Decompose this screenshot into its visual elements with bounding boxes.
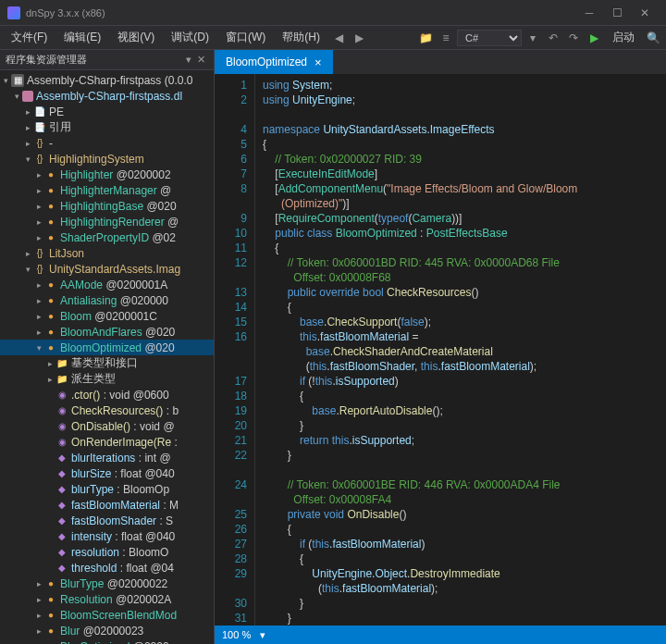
tree-node[interactable]: ▸●BloomScreenBlendMod (0, 607, 214, 623)
tree-node[interactable]: ▸📁基类型和接口 (0, 355, 214, 371)
menu-file[interactable]: 文件(F) (4, 27, 55, 48)
tab-close-icon[interactable]: × (314, 56, 322, 69)
code-area[interactable]: 1245678910111213141516171819202122242526… (215, 74, 666, 625)
line-numbers: 1245678910111213141516171819202122242526… (215, 74, 255, 625)
zoom-dropdown-icon[interactable]: ▾ (260, 629, 265, 641)
tree-node[interactable]: ▾{}HighlightingSystem (0, 151, 214, 167)
tree-node[interactable]: ◆blurSize : float @040 (0, 465, 214, 481)
tree-node[interactable]: ▸●BloomAndFlares @020 (0, 324, 214, 340)
menu-edit[interactable]: 编辑(E) (56, 27, 108, 48)
tree-node[interactable]: ▸📄PE (0, 104, 214, 119)
nav-back-icon[interactable]: ◀ (329, 29, 348, 47)
menubar: 文件(F) 编辑(E) 视图(V) 调试(D) 窗口(W) 帮助(H) ◀ ▶ … (0, 26, 666, 50)
tree-node[interactable]: ▾{}UnityStandardAssets.Imag (0, 261, 214, 277)
tree-node[interactable]: ▸●Blur @02000023 (0, 623, 214, 638)
panel-header: 程序集资源管理器 ▾ ✕ (0, 50, 214, 70)
tree-node[interactable]: ◉.ctor() : void @0600 (0, 387, 214, 402)
panel-close-icon[interactable]: ✕ (194, 54, 208, 66)
tree-node[interactable]: ◆fastBloomShader : S (0, 513, 214, 528)
tree-view[interactable]: ▾▦Assembly-CSharp-firstpass (0.0.0▾Assem… (0, 70, 214, 644)
tree-node[interactable]: ▸{}- (0, 135, 214, 151)
tree-node[interactable]: ▾▦Assembly-CSharp-firstpass (0.0.0 (0, 72, 214, 88)
tree-node[interactable]: ▾Assembly-CSharp-firstpass.dl (0, 88, 214, 104)
tree-node[interactable]: ▸{}LitJson (0, 245, 214, 261)
tree-node[interactable]: ▸●Resolution @020002A (0, 591, 214, 607)
tree-node[interactable]: ▸●AAMode @0200001A (0, 277, 214, 292)
panel-title-text: 程序集资源管理器 (6, 53, 183, 67)
tree-node[interactable]: ▸●Antialiasing @020000 (0, 292, 214, 308)
tree-node[interactable]: ◆threshold : float @04 (0, 560, 214, 576)
tab-label: BloomOptimized (226, 56, 307, 68)
tree-node[interactable]: ◉OnRenderImage(Re : (0, 434, 214, 450)
app-logo (7, 6, 20, 19)
menu-view[interactable]: 视图(V) (110, 27, 162, 48)
tree-node[interactable]: ▸📁派生类型 (0, 371, 214, 387)
tree-node[interactable]: ▾●BloomOptimized @020 (0, 340, 214, 355)
close-button[interactable]: ✕ (631, 4, 659, 22)
assembly-explorer: 程序集资源管理器 ▾ ✕ ▾▦Assembly-CSharp-firstpass… (0, 50, 215, 644)
statusbar: 100 % ▾ (215, 625, 666, 644)
main-area: 程序集资源管理器 ▾ ✕ ▾▦Assembly-CSharp-firstpass… (0, 50, 666, 644)
play-icon[interactable]: ▶ (585, 29, 603, 47)
minimize-button[interactable]: ─ (575, 4, 603, 22)
dropdown-icon[interactable]: ▾ (524, 29, 542, 47)
tree-node[interactable]: ▸●HighlightingRenderer @ (0, 214, 214, 229)
list-icon[interactable]: ≡ (437, 29, 455, 47)
tree-node[interactable]: ◆blurIterations : int @ (0, 450, 214, 465)
source-text[interactable]: using System;using UnityEngine; namespac… (255, 74, 666, 625)
tree-node[interactable]: ▸●BlurOptimized @0200 (0, 638, 214, 644)
tab-bloom-optimized[interactable]: BloomOptimized × (215, 50, 333, 74)
menu-debug[interactable]: 调试(D) (164, 27, 216, 48)
panel-dropdown-icon[interactable]: ▾ (183, 54, 194, 66)
window-title: dnSpy 3.x.x (x86) (26, 7, 575, 19)
tree-node[interactable]: ▸📑引用 (0, 119, 214, 135)
tree-node[interactable]: ▸●HighlighterManager @ (0, 182, 214, 198)
titlebar: dnSpy 3.x.x (x86) ─ ☐ ✕ (0, 0, 666, 26)
tree-node[interactable]: ◆resolution : BloomO (0, 544, 214, 560)
tree-node[interactable]: ◆intensity : float @040 (0, 528, 214, 544)
tree-node[interactable]: ▸●HighlightingBase @020 (0, 198, 214, 214)
folder-open-icon[interactable]: 📁 (416, 29, 435, 47)
tree-node[interactable]: ▸●BlurType @02000022 (0, 576, 214, 591)
redo-icon[interactable]: ↷ (564, 29, 583, 47)
tab-bar: BloomOptimized × (215, 50, 666, 74)
tree-node[interactable]: ▸●ShaderPropertyID @02 (0, 229, 214, 245)
search-icon[interactable]: 🔍 (644, 29, 662, 47)
maximize-button[interactable]: ☐ (603, 4, 631, 22)
tree-node[interactable]: ◆fastBloomMaterial : M (0, 497, 214, 513)
code-editor: BloomOptimized × 12456789101112131415161… (215, 50, 666, 644)
tree-node[interactable]: ◆blurType : BloomOp (0, 481, 214, 497)
tree-node[interactable]: ▸●Bloom @0200001C (0, 308, 214, 324)
zoom-level[interactable]: 100 % (222, 629, 251, 640)
run-button[interactable]: 启动 (605, 27, 642, 48)
tree-node[interactable]: ▸●Highlighter @0200002 (0, 167, 214, 182)
menu-help[interactable]: 帮助(H) (275, 27, 327, 48)
menu-window[interactable]: 窗口(W) (218, 27, 273, 48)
undo-icon[interactable]: ↶ (544, 29, 562, 47)
nav-fwd-icon[interactable]: ▶ (350, 29, 368, 47)
tree-node[interactable]: ◉OnDisable() : void @ (0, 418, 214, 434)
language-select[interactable]: C# (457, 30, 522, 46)
tree-node[interactable]: ◉CheckResources() : b (0, 402, 214, 418)
